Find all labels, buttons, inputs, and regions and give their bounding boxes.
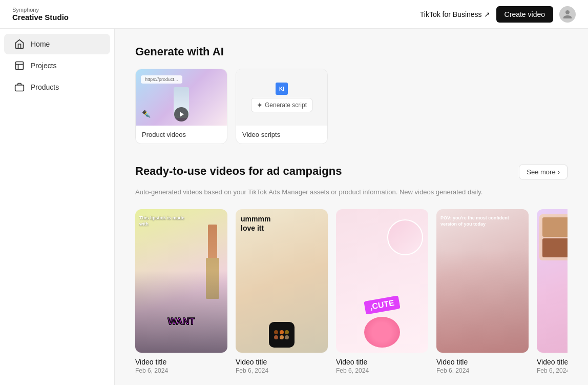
product-videos-card[interactable]: https://product... ✒️ Product videos [135,69,227,144]
chevron-right-icon: › [558,168,560,176]
video-date-2: Feb 6, 2024 [236,367,328,374]
create-video-button[interactable]: Create video [496,6,553,23]
tiktok-biz-link[interactable]: TikTok for Business ↗ [420,10,490,18]
product-icon-2 [269,322,295,348]
avatar[interactable] [559,6,576,23]
generate-script-button[interactable]: ✦ Generate script [251,98,312,112]
layout: Home Projects Products Generate with AI [0,29,588,385]
products-icon [14,82,25,92]
video-thumb-1: This lipstick is made with WANT [135,209,227,353]
video-date-3: Feb 6, 2024 [336,367,428,374]
video-title-3: Video title [336,358,428,366]
script-bg: KI ✦ Generate script [236,69,327,126]
ready-section-title: Ready-to-use videos for ad campaigns [135,165,482,178]
video-thumb-5: you guys, this palette is it [537,209,568,353]
header: Symphony Creative Studio TikTok for Busi… [0,0,588,29]
pink-product [364,317,400,348]
video-date-5: Feb 6, 2024 [537,367,568,374]
play-triangle-icon [180,112,184,117]
video-title-5: Video title [537,358,568,366]
ready-section-subtitle: Auto-generated videos based on your TikT… [135,188,482,196]
ready-section-titles: Ready-to-use videos for ad campaigns Aut… [135,165,482,206]
sidebar: Home Projects Products [0,29,115,385]
overlay-text-1: This lipstick is made with [139,215,191,227]
product-videos-label: Product videos [136,126,227,144]
home-icon [14,39,25,49]
pov-text: POV: you're the most confident version o… [440,215,524,227]
video-thumb-4: POV: you're the most confident version o… [436,209,529,353]
video-card-1[interactable]: This lipstick is made with WANT Video ti… [135,209,227,374]
generate-section-title: Generate with AI [135,45,568,58]
header-right: TikTok for Business ↗ Create video [420,6,576,23]
logo: Symphony Creative Studio [12,7,69,22]
video-title-2: Video title [236,358,328,366]
video-title-1: Video title [135,358,227,366]
kt-badge: KI [276,83,288,95]
logo-studio: Creative Studio [12,13,69,22]
projects-icon [14,60,25,71]
url-bar: https://product... [141,75,182,84]
video-scripts-image: KI ✦ Generate script [236,69,327,126]
user-icon [562,9,573,19]
video-thumb-3: ,CUTE [336,209,428,353]
sparkle-icon: ✦ [257,101,263,109]
product-videos-image: https://product... ✒️ [136,69,227,126]
main-content: Generate with AI https://product... ✒️ [115,29,588,385]
video-card-5[interactable]: you guys, this palette is it Video title… [537,209,568,374]
video-date-1: Feb 6, 2024 [135,367,227,374]
video-scripts-card[interactable]: KI ✦ Generate script Video scripts [236,69,328,144]
video-card-4[interactable]: POV: you're the most confident version o… [436,209,529,374]
product-video-bg: https://product... ✒️ [136,69,227,126]
overlay-text-2: ummmmlove itt [241,214,270,233]
play-button[interactable] [174,107,188,121]
video-thumb-2: ummmmlove itt [236,209,328,353]
sidebar-item-products[interactable]: Products [4,77,110,97]
svg-rect-0 [16,62,24,70]
video-grid: This lipstick is made with WANT Video ti… [135,209,568,374]
video-title-4: Video title [436,358,529,366]
video-date-4: Feb 6, 2024 [436,367,529,374]
see-more-button[interactable]: See more › [519,165,568,179]
sidebar-item-projects[interactable]: Projects [4,55,110,76]
want-sticker: WANT [168,316,195,327]
video-scripts-label: Video scripts [236,126,327,144]
generate-cards: https://product... ✒️ Product videos [135,69,568,144]
video-card-2[interactable]: ummmmlove itt Video title [236,209,328,374]
video-card-3[interactable]: ,CUTE Video title Feb 6, 2024 [336,209,428,374]
logo-symphony: Symphony [12,7,69,13]
sidebar-item-home[interactable]: Home [4,34,110,54]
ready-section-header: Ready-to-use videos for ad campaigns Aut… [135,165,568,206]
cute-sticker: ,CUTE [364,295,400,314]
